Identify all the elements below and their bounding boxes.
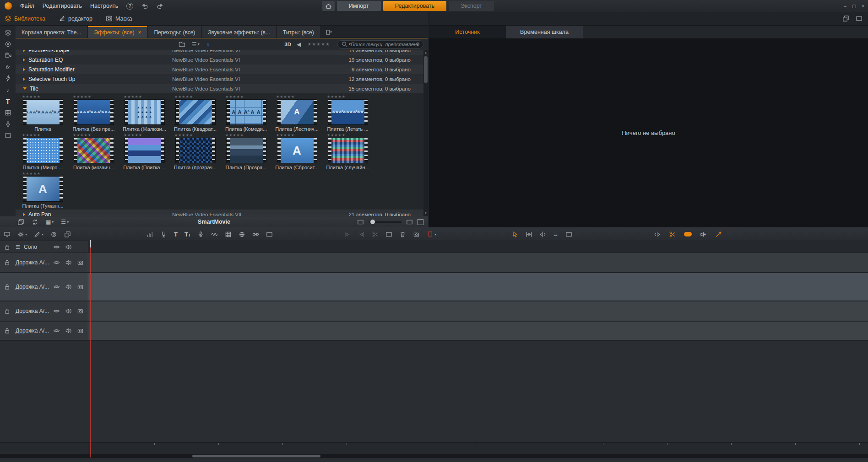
effect-thumbnail[interactable]: ★★★★★ Плитка (Микро ... (17, 133, 68, 171)
effect-thumbnail[interactable]: ★★★★★ Плитка (17, 94, 68, 133)
track-label[interactable]: Дорожка А/... (16, 328, 49, 334)
fullscreen-pane-icon[interactable] (856, 15, 863, 22)
3d-filter-label[interactable]: 3D (284, 42, 291, 47)
frame-grab-icon[interactable] (64, 231, 71, 238)
hscrollbar-thumb[interactable] (192, 455, 320, 457)
expand-triangle-icon[interactable] (23, 58, 25, 62)
menu-setup[interactable]: Настроить (90, 3, 118, 9)
search-input[interactable] (351, 42, 416, 47)
track-lane[interactable] (88, 273, 868, 301)
effect-thumbnail[interactable]: ★★★★★ Плитка (Прозра... (221, 133, 271, 171)
edit-mode-button[interactable]: Редактировать (383, 1, 446, 11)
preview-tab[interactable]: Временная шкала (506, 26, 583, 38)
camera-icon[interactable] (77, 308, 84, 315)
expand-triangle-icon[interactable] (23, 77, 25, 81)
rating-stars[interactable]: ★★★★★ (22, 95, 68, 99)
expand-triangle-icon[interactable] (23, 68, 25, 71)
rating-stars[interactable]: ★★★★★ (327, 95, 373, 99)
timeline-ruler[interactable] (0, 442, 868, 454)
effect-thumbnail[interactable]: ★★★★★ Плитка (Квадрат... (170, 94, 221, 133)
home-button[interactable] (322, 1, 335, 11)
effect-thumbnail[interactable]: ★★★★★ Плитка (мозаич... (68, 133, 119, 171)
camera-icon[interactable] (77, 284, 84, 290)
select-cursor-icon[interactable] (512, 231, 519, 238)
stretch-icon[interactable] (654, 231, 661, 238)
effect-thumbnail[interactable]: ★★★★★ Плитка (Сбросит... (271, 133, 322, 171)
montage-grid-icon[interactable] (4, 109, 12, 117)
rating-stars[interactable]: ★★★★★ (73, 95, 119, 99)
playhead-handle[interactable] (90, 240, 91, 247)
track-lane[interactable] (88, 322, 868, 340)
keyframe-pane-icon[interactable] (385, 231, 392, 238)
effect-thumbnail[interactable]: ★★★★★ Плитка (Без пре... (68, 94, 119, 133)
effect-thumbnail[interactable]: ★★★★★ Плитка (Туманн... (17, 171, 68, 210)
motion-cut-icon[interactable] (669, 231, 676, 238)
rating-stars[interactable]: ★★★★★ (22, 172, 68, 176)
marker-flag-icon[interactable]: ▾ (427, 231, 436, 238)
track-label[interactable]: Дорожка А/... (16, 284, 49, 290)
zoom-slider-thumb[interactable] (370, 220, 375, 224)
sync-icon[interactable] (32, 219, 38, 226)
effect-group-row[interactable]: Auto Pan NewBlue Video Essentials VII 21… (16, 210, 423, 216)
tab-mask[interactable]: Маска (106, 15, 132, 22)
rating-stars[interactable]: ★★★★★ (22, 133, 68, 138)
playhead[interactable] (90, 241, 91, 457)
library-collection-tab[interactable]: Звуковые эффекты: (в... (202, 26, 276, 38)
rating-stars[interactable]: ★★★★★ (174, 95, 221, 99)
speaker-icon[interactable] (65, 243, 72, 250)
speaker-icon[interactable] (65, 328, 72, 334)
expand-triangle-icon[interactable] (23, 50, 25, 52)
library-scrollbar[interactable]: ▲ ▼ (423, 50, 428, 216)
slip-mode-icon[interactable]: ↔ (553, 231, 559, 237)
undo-icon[interactable] (141, 3, 148, 10)
rating-stars[interactable]: ★★★★★ (124, 133, 170, 138)
track-header[interactable]: Дорожка А/... (0, 301, 88, 321)
large-thumb-icon[interactable] (406, 219, 413, 226)
effect-thumbnail[interactable]: ★★★★★ Плитка (Комеди... (221, 94, 271, 133)
detach-panes-icon[interactable] (842, 15, 849, 22)
solo-lane[interactable] (88, 241, 868, 252)
eye-icon[interactable] (53, 243, 60, 250)
grid-view-icon[interactable]: ▦▾ (46, 219, 54, 225)
eye-icon[interactable] (53, 308, 60, 315)
lock-icon[interactable] (4, 308, 11, 315)
eye-icon[interactable] (53, 284, 60, 290)
camera-snapshot-icon[interactable] (413, 231, 420, 238)
library-collection-tab[interactable]: Титры: (все) (277, 26, 320, 38)
search-clear-icon[interactable]: ⊗ (416, 41, 420, 47)
speaker-icon[interactable] (65, 308, 72, 315)
list-view-icon[interactable]: ☰▾ (61, 219, 69, 225)
folder-icon[interactable] (179, 41, 185, 48)
rating-stars[interactable]: ★★★★★ (124, 95, 170, 99)
timeline-empty-area[interactable] (0, 341, 868, 442)
preview-tab[interactable]: Источник (429, 26, 506, 38)
rating-filter-stars[interactable]: ★★★★★ (307, 42, 330, 47)
music-note-icon[interactable]: ♪ (4, 86, 12, 94)
subtitle-tool-icon[interactable]: TT (184, 231, 190, 238)
timeline-settings-gear-icon[interactable]: ▾ (17, 231, 27, 238)
close-icon[interactable]: × (862, 4, 864, 9)
minimize-icon[interactable]: – (844, 4, 846, 9)
effect-group-row[interactable]: Saturation EQ NewBlue Video Essentials V… (16, 55, 423, 64)
effect-group-row[interactable]: Selective Touch Up NewBlue Video Essenti… (16, 74, 423, 84)
snapshot-icon[interactable] (266, 231, 273, 238)
timeline-hscrollbar[interactable] (0, 454, 868, 458)
rating-stars[interactable]: ★★★★★ (276, 133, 322, 138)
video-camera-icon[interactable] (4, 52, 12, 59)
import-mode-button[interactable]: Импорт (337, 1, 381, 11)
title-tool-icon[interactable]: T (174, 231, 178, 238)
multicam-grid-icon[interactable] (225, 231, 232, 238)
tab-editor[interactable]: редактор (59, 15, 92, 22)
camera-icon[interactable] (77, 328, 84, 334)
library-collection-tab[interactable]: Эффекты: (все) × (88, 26, 147, 38)
track-header[interactable]: Дорожка А/... (0, 253, 88, 272)
effects-fx-icon[interactable]: fx (4, 63, 12, 71)
audio-mixer-icon[interactable] (146, 231, 153, 238)
effect-group-row[interactable]: Tile NewBlue Video Essentials VI 15 элем… (16, 84, 423, 93)
eye-icon[interactable] (53, 328, 60, 334)
tag-filter-icon[interactable]: ◀ (297, 41, 301, 48)
scrollbar-thumb[interactable] (424, 56, 428, 83)
effect-thumbnail[interactable]: ★★★★★ Плитка (Летать ... (322, 94, 373, 133)
trim-mode-icon[interactable] (526, 231, 532, 238)
edit-tool-pen-icon[interactable]: ▾ (34, 231, 43, 238)
